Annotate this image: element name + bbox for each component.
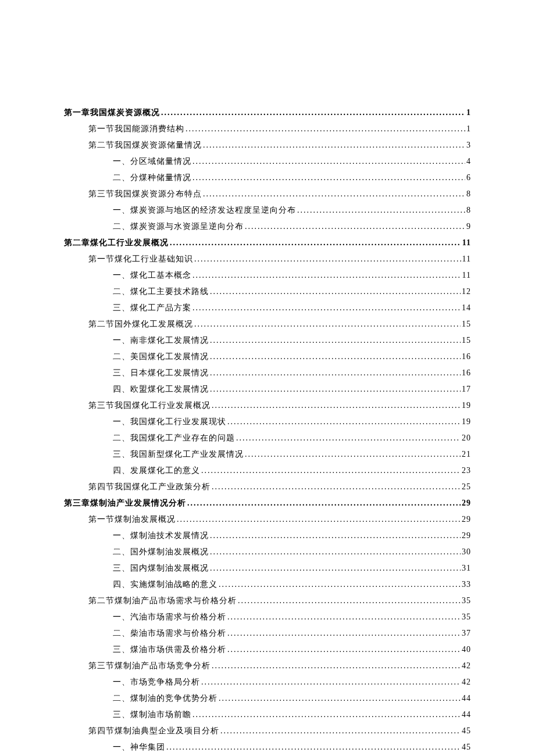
toc-entry-page: 33: [462, 576, 471, 593]
toc-leader-dots: [186, 121, 465, 137]
toc-entry: 三、煤油市场供需及价格分析40: [113, 642, 471, 658]
toc-entry: 第二节国外煤化工发展概况15: [88, 316, 471, 332]
toc-entry-title: 第二章煤化工行业发展概况: [64, 235, 169, 251]
toc-entry: 二、煤制油的竞争优势分析44: [113, 690, 471, 707]
toc-leader-dots: [187, 495, 461, 511]
toc-leader-dots: [210, 544, 461, 560]
toc-entry-page: 25: [462, 479, 471, 495]
toc-entry: 二、煤炭资源与水资源呈逆向分布9: [113, 218, 471, 235]
toc-entry: 第二节我国煤炭资源储量情况3: [88, 137, 471, 153]
toc-entry-page: 11: [462, 235, 471, 251]
toc-leader-dots: [245, 446, 461, 463]
toc-leader-dots: [210, 284, 461, 300]
toc-leader-dots: [212, 658, 461, 674]
toc-leader-dots: [201, 674, 461, 690]
toc-entry-page: 1: [466, 105, 471, 121]
toc-entry-title: 二、煤化工主要技术路线: [113, 284, 209, 300]
toc-entry-page: 9: [466, 218, 471, 235]
toc-entry-title: 一、神华集团: [113, 739, 165, 755]
toc-entry-page: 45: [462, 723, 471, 739]
toc-entry-title: 二、国外煤制油发展概况: [113, 544, 209, 560]
toc-entry-title: 三、煤油市场供需及价格分析: [113, 642, 226, 658]
toc-entry-page: 17: [462, 381, 471, 397]
toc-entry-page: 40: [462, 642, 471, 658]
toc-leader-dots: [245, 218, 465, 235]
toc-entry-title: 二、煤制油的竞争优势分析: [113, 690, 217, 707]
toc-entry-page: 1: [466, 121, 471, 137]
toc-entry: 第三节煤制油产品市场竞争分析42: [88, 658, 471, 674]
toc-entry-title: 第一节我国能源消费结构: [88, 121, 184, 137]
toc-leader-dots: [161, 105, 465, 121]
toc-entry-page: 14: [462, 300, 471, 316]
toc-leader-dots: [227, 642, 461, 658]
toc-leader-dots: [210, 560, 461, 576]
toc-entry-page: 21: [462, 446, 471, 463]
toc-entry-page: 30: [462, 544, 471, 560]
toc-leader-dots: [227, 609, 461, 625]
toc-leader-dots: [177, 511, 461, 528]
toc-entry: 第三节我国煤炭资源分布特点8: [88, 186, 471, 202]
toc-entry-title: 四、实施煤制油战略的意义: [113, 576, 217, 593]
toc-entry-page: 29: [462, 528, 471, 544]
toc-leader-dots: [238, 593, 461, 609]
toc-leader-dots: [210, 381, 461, 397]
toc-entry-page: 35: [462, 609, 471, 625]
toc-entry-page: 15: [462, 332, 471, 349]
toc-entry-title: 一、我国煤化工行业发展现状: [113, 414, 226, 430]
toc-entry: 三、国内煤制油发展概况31: [113, 560, 471, 576]
toc-entry-page: 31: [462, 560, 471, 576]
toc-leader-dots: [212, 479, 461, 495]
toc-entry: 第三节我国煤化工行业发展概况19: [88, 397, 471, 414]
toc-entry: 一、煤化工基本概念11: [113, 267, 471, 284]
toc-entry: 三、煤化工产品方案14: [113, 300, 471, 316]
toc-entry-title: 三、煤化工产品方案: [113, 300, 191, 316]
toc-entry-title: 四、发展煤化工的意义: [113, 463, 200, 479]
toc-leader-dots: [192, 300, 461, 316]
toc-entry-title: 一、煤炭资源与地区的经济发达程度呈逆向分布: [113, 202, 296, 218]
toc-entry: 二、柴油市场需求与价格分析37: [113, 625, 471, 642]
toc-entry: 第四节煤制油典型企业及项目分析45: [88, 723, 471, 739]
toc-entry-title: 三、国内煤制油发展概况: [113, 560, 209, 576]
toc-entry-title: 一、汽油市场需求与价格分析: [113, 609, 226, 625]
toc-entry-title: 第三节我国煤炭资源分布特点: [88, 186, 202, 202]
toc-entry: 第二节煤制油产品市场需求与价格分析35: [88, 593, 471, 609]
toc-entry-page: 11: [462, 267, 471, 284]
toc-leader-dots: [210, 349, 461, 365]
toc-entry: 第三章煤制油产业发展情况分析29: [64, 495, 471, 511]
toc-entry-title: 一、南非煤化工发展情况: [113, 332, 209, 349]
toc-entry: 四、实施煤制油战略的意义33: [113, 576, 471, 593]
toc-entry-title: 第一章我国煤炭资源概况: [64, 105, 160, 121]
toc-entry: 第四节我国煤化工产业政策分析25: [88, 479, 471, 495]
toc-entry: 第一章我国煤炭资源概况1: [64, 105, 471, 121]
toc-entry-page: 16: [462, 349, 471, 365]
toc-entry: 一、我国煤化工行业发展现状19: [113, 414, 471, 430]
toc-entry-title: 第三章煤制油产业发展情况分析: [64, 495, 186, 511]
toc-entry: 一、汽油市场需求与价格分析35: [113, 609, 471, 625]
toc-entry-title: 三、我国新型煤化工产业发展情况: [113, 446, 244, 463]
toc-entry-page: 44: [462, 707, 471, 723]
toc-entry: 第二章煤化工行业发展概况11: [64, 235, 471, 251]
toc-entry-page: 15: [462, 316, 471, 332]
toc-entry-page: 11: [462, 251, 471, 267]
toc-leader-dots: [227, 414, 461, 430]
toc-leader-dots: [170, 235, 461, 251]
toc-leader-dots: [192, 707, 461, 723]
toc-entry-title: 二、柴油市场需求与价格分析: [113, 625, 226, 642]
toc-entry-page: 44: [462, 690, 471, 707]
toc-entry: 二、我国煤化工产业存在的问题20: [113, 430, 471, 446]
toc-entry-title: 第三节我国煤化工行业发展概况: [88, 397, 211, 414]
toc-leader-dots: [192, 153, 465, 170]
toc-entry: 第一节煤化工行业基础知识11: [88, 251, 471, 267]
toc-entry-title: 一、煤化工基本概念: [113, 267, 191, 284]
toc-entry-page: 29: [462, 495, 471, 511]
toc-entry-title: 一、市场竞争格局分析: [113, 674, 200, 690]
toc-entry-page: 42: [462, 658, 471, 674]
toc-leader-dots: [210, 332, 461, 349]
toc-entry-title: 三、煤制油市场前瞻: [113, 707, 191, 723]
toc-leader-dots: [203, 186, 465, 202]
toc-leader-dots: [219, 690, 461, 707]
toc-leader-dots: [236, 430, 461, 446]
toc-entry-title: 第二节国外煤化工发展概况: [88, 316, 193, 332]
table-of-contents: 第一章我国煤炭资源概况1第一节我国能源消费结构1第二节我国煤炭资源储量情况3一、…: [64, 105, 471, 755]
toc-leader-dots: [212, 397, 461, 414]
